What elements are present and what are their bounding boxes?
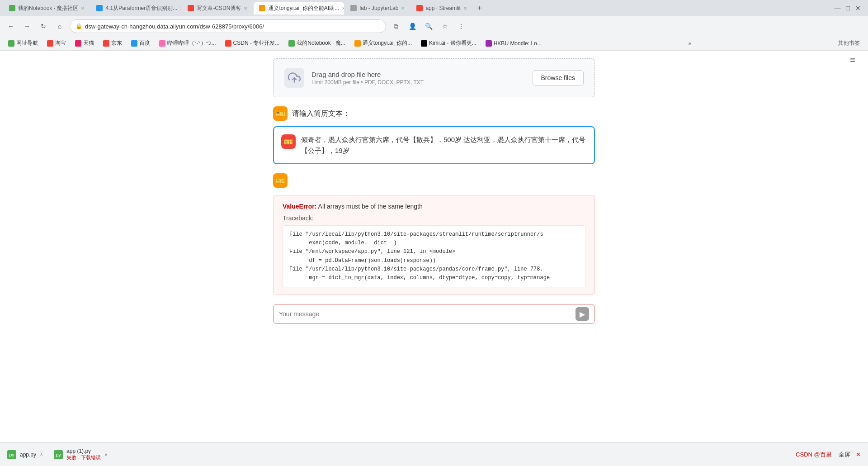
upload-icon (284, 68, 304, 88)
bm-label-1: 网址导航 (16, 39, 38, 47)
bookmark-bd[interactable]: 百度 (127, 38, 154, 48)
tab-bar: 我的Notebook · 魔搭社区 ✕ 4.1从Paraformer语音识别别.… (0, 0, 868, 16)
traceback-line-4: df = pd.DataFrame(json.loads(response)) (289, 257, 579, 265)
bm-label-11: HKBU Moodle: Lo... (494, 40, 542, 47)
bookmark-csdn[interactable]: CSDN - 专业开发... (222, 38, 283, 48)
traceback-code: File "/usr/local/lib/python3.10/site-pac… (283, 225, 585, 287)
search-icon[interactable]: 🔍 (422, 20, 435, 33)
extensions-icon[interactable]: ⧉ (390, 20, 402, 33)
bm-label-10: Kimi.ai - 帮你看更... (429, 39, 476, 47)
other-bookmarks[interactable]: 其他书签 (835, 38, 863, 48)
file-upload-zone: Drag and drop file here Limit 200MB per … (273, 58, 595, 97)
bm-favicon-4 (103, 40, 109, 47)
url-text: dsw-gateway-cn-hangzhou.data.aliyun.com/… (85, 23, 264, 30)
bm-label-5: 百度 (139, 39, 150, 47)
bm-label-9: 通义tongyi.ai_你的... (363, 39, 412, 47)
tab-5[interactable]: lab - JupyterLab ✕ (345, 2, 410, 14)
bm-label-2: 淘宝 (55, 39, 66, 47)
small-icon: 🎫 (273, 173, 288, 188)
bookmarks-bar: 网址导航 淘宝 天猫 京东 百度 哔哩哔哩（°-°）つ... CSDN - 专业… (0, 36, 868, 51)
address-box[interactable]: 🔒 dsw-gateway-cn-hangzhou.data.aliyun.co… (70, 19, 386, 33)
bookmark-bili[interactable]: 哔哩哔哩（°-°）つ... (156, 38, 220, 48)
error-title: ValueError: All arrays must be of the sa… (283, 203, 585, 210)
tab-2-label: 4.1从Paraformer语音识别别... (105, 5, 177, 12)
bm-favicon-1 (8, 40, 14, 47)
window-controls: — □ ✕ (835, 5, 864, 12)
tab-4[interactable]: 通义tongyi.ai_你的全能AI助... ✕ (254, 2, 344, 14)
tab-1[interactable]: 我的Notebook · 魔搭社区 ✕ (4, 2, 90, 14)
chat-input-field[interactable] (279, 310, 572, 318)
lock-icon: 🔒 (75, 23, 82, 29)
traceback-line-3: File "/mnt/workspace/app.py", line 121, … (289, 247, 579, 256)
bookmark-icon[interactable]: ☆ (439, 20, 451, 33)
back-button[interactable]: ← (5, 20, 17, 33)
tab-2[interactable]: 4.1从Paraformer语音识别别... ✕ (91, 2, 181, 14)
tab-2-favicon (96, 5, 103, 11)
traceback-line-6: mgr = dict_to_mgr(data, index, columns, … (289, 274, 579, 282)
bookmark-nb[interactable]: 我的Notebook · 魔... (285, 38, 349, 48)
tab-3-close[interactable]: ✕ (244, 6, 247, 11)
bookmark-wz[interactable]: 网址导航 (5, 38, 42, 48)
tab-3-favicon (188, 5, 194, 11)
more-bookmarks[interactable]: » (685, 39, 695, 48)
chat-input-row[interactable]: ▶ (273, 304, 595, 324)
send-button[interactable]: ▶ (576, 307, 589, 321)
tab-5-label: lab - JupyterLab (359, 5, 398, 11)
error-message: All arrays must be of the same length (316, 203, 422, 210)
traceback-line-1: File "/usr/local/lib/python3.10/site-pac… (289, 230, 579, 239)
browse-files-button[interactable]: Browse files (533, 70, 584, 86)
error-box: ValueError: All arrays must be of the sa… (273, 195, 595, 295)
upload-text-block: Drag and drop file here Limit 200MB per … (311, 71, 424, 86)
bookmark-tm[interactable]: 天猫 (71, 38, 98, 48)
maximize-icon[interactable]: □ (846, 5, 850, 12)
minimize-icon[interactable]: — (835, 5, 841, 12)
label-emoji-icon: 🎫 (273, 106, 288, 121)
tab-2-close[interactable]: ✕ (180, 6, 181, 11)
traceback-label: Traceback: (283, 214, 585, 222)
bookmark-ty[interactable]: 通义tongyi.ai_你的... (351, 38, 415, 48)
input-text-content[interactable]: 倾奇者，愚人众执行官第六席，代号【散兵】，500岁 达达利亚，愚人众执行官第十一… (301, 134, 587, 156)
bm-favicon-8 (288, 40, 295, 47)
upload-drag-text: Drag and drop file here (311, 71, 424, 78)
tab-1-close[interactable]: ✕ (81, 6, 85, 11)
hamburger-menu[interactable]: ≡ (846, 51, 859, 69)
bm-label-7: CSDN - 专业开发... (233, 39, 280, 47)
forward-button[interactable]: → (21, 20, 33, 33)
home-button[interactable]: ⌂ (53, 20, 66, 33)
main-content: ≡ Drag and drop file here Limit 200MB pe… (0, 51, 868, 368)
traceback-line-2: exec(code, module.__dict__) (289, 239, 579, 247)
text-input-container[interactable]: 🎫 倾奇者，愚人众执行官第六席，代号【散兵】，500岁 达达利亚，愚人众执行官第… (273, 126, 595, 164)
input-icon: 🎫 (281, 134, 296, 149)
profile-icon[interactable]: 👤 (406, 20, 419, 33)
upload-left: Drag and drop file here Limit 200MB per … (284, 68, 424, 88)
tab-6[interactable]: app · Streamlit ✕ (411, 2, 472, 14)
bookmark-tb[interactable]: 淘宝 (43, 38, 70, 48)
tab-6-close[interactable]: ✕ (463, 6, 467, 11)
browser-chrome: 我的Notebook · 魔搭社区 ✕ 4.1从Paraformer语音识别别.… (0, 0, 868, 51)
tab-4-label: 通义tongyi.ai_你的全能AI助... (268, 5, 339, 12)
bm-favicon-5 (131, 40, 137, 47)
bm-favicon-3 (75, 40, 81, 47)
tab-4-favicon (259, 5, 265, 11)
bm-favicon-6 (159, 40, 165, 47)
bookmark-jd[interactable]: 京东 (99, 38, 126, 48)
bookmark-kimi[interactable]: Kimi.ai - 帮你看更... (417, 38, 480, 48)
upload-limit-text: Limit 200MB per file • PDF, DOCX, PPTX, … (311, 79, 424, 86)
bm-label-3: 天猫 (83, 39, 94, 47)
tab-5-favicon (350, 5, 357, 11)
bookmark-hkbu[interactable]: HKBU Moodle: Lo... (482, 39, 545, 48)
address-bar-row: ← → ↻ ⌂ 🔒 dsw-gateway-cn-hangzhou.data.a… (0, 16, 868, 36)
bm-favicon-7 (225, 40, 231, 47)
more-options-icon[interactable]: ⋮ (455, 20, 467, 33)
tab-5-close[interactable]: ✕ (401, 6, 405, 11)
bm-favicon-11 (486, 40, 492, 47)
close-icon[interactable]: ✕ (855, 5, 861, 12)
refresh-button[interactable]: ↻ (37, 20, 50, 33)
bm-favicon-2 (47, 40, 53, 47)
bm-favicon-9 (354, 40, 361, 47)
tab-4-close[interactable]: ✕ (342, 6, 344, 11)
tab-1-label: 我的Notebook · 魔搭社区 (18, 5, 78, 12)
bm-label-8: 我的Notebook · 魔... (297, 39, 345, 47)
tab-3[interactable]: 写文章-CSDN博客 ✕ (182, 2, 253, 14)
new-tab-button[interactable]: + (473, 2, 486, 14)
